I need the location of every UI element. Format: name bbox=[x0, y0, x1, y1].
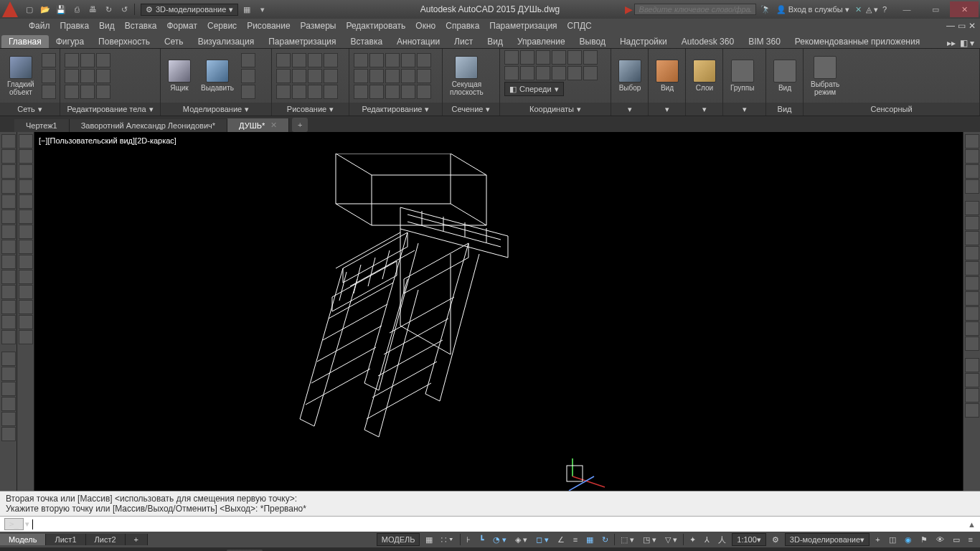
rt-9[interactable] bbox=[965, 261, 979, 276]
help-icon[interactable]: ? bbox=[882, 5, 887, 14]
lt2-7[interactable] bbox=[19, 225, 33, 239]
status-quickprops-icon[interactable]: ◉ bbox=[902, 533, 915, 546]
status-iso-icon[interactable]: ◈ ▾ bbox=[512, 533, 530, 546]
lt1-11[interactable] bbox=[1, 285, 16, 299]
mod-6[interactable] bbox=[354, 69, 368, 83]
ribbon-tab-view[interactable]: Вид bbox=[480, 35, 510, 48]
layers-button[interactable]: Слои bbox=[690, 58, 719, 93]
mdi-close-icon[interactable]: ✕ bbox=[969, 21, 976, 31]
qat-plot-icon[interactable]: 🖶 bbox=[85, 2, 100, 17]
lt2-4[interactable] bbox=[19, 179, 33, 194]
model-tool-1[interactable] bbox=[241, 53, 255, 67]
lt1-2[interactable] bbox=[1, 149, 16, 164]
file-tab-3[interactable]: ДУШЬ*✕ bbox=[227, 118, 289, 132]
status-cycling-icon[interactable]: ↻ bbox=[599, 533, 611, 546]
qat-redo-icon[interactable]: ↺ bbox=[117, 2, 131, 17]
lt2-6[interactable] bbox=[19, 209, 33, 224]
status-workspace[interactable]: 3D-моделирование ▾ bbox=[785, 533, 870, 546]
smooth-object-button[interactable]: Гладкийобъект bbox=[4, 55, 37, 98]
status-scale[interactable]: 1:100 ▾ bbox=[732, 533, 766, 546]
status-ortho-icon[interactable]: ┗ bbox=[476, 533, 487, 546]
panel-title-section[interactable]: Сечение ▾ bbox=[443, 103, 499, 116]
status-clean-icon[interactable]: ▭ bbox=[950, 533, 963, 546]
draw-7[interactable] bbox=[308, 69, 322, 83]
lt2-14[interactable] bbox=[19, 330, 33, 344]
lt1-1[interactable] bbox=[1, 134, 16, 149]
ribbon-tab-manage[interactable]: Управление bbox=[510, 35, 573, 48]
mod-2[interactable] bbox=[369, 53, 384, 67]
app-logo[interactable] bbox=[2, 1, 18, 17]
rt-15[interactable] bbox=[965, 358, 979, 372]
lt1-4[interactable] bbox=[1, 179, 16, 194]
status-grid-icon[interactable]: ▦ bbox=[423, 533, 435, 546]
mdi-restore-icon[interactable]: ▭ bbox=[958, 21, 966, 31]
status-isolate-icon[interactable]: 👁 bbox=[933, 533, 947, 546]
lt2-11[interactable] bbox=[19, 285, 33, 299]
status-snap-icon[interactable]: ⸬ ▾ bbox=[438, 533, 456, 546]
search-input[interactable] bbox=[634, 4, 756, 15]
layout-tab-model[interactable]: Модель bbox=[0, 534, 46, 545]
status-hw-icon[interactable]: ⚑ bbox=[918, 533, 930, 546]
ribbon-tab-surface[interactable]: Поверхность bbox=[91, 35, 157, 48]
lt2-10[interactable] bbox=[19, 270, 33, 284]
mod-5[interactable] bbox=[417, 53, 431, 67]
solid-edit-3[interactable] bbox=[96, 53, 110, 67]
lt1-8[interactable] bbox=[1, 240, 16, 254]
drawing-canvas[interactable]: [−][Пользовательский вид][2D-каркас] bbox=[34, 132, 963, 491]
model-tool-3[interactable] bbox=[241, 85, 255, 99]
draw-9[interactable] bbox=[276, 85, 291, 99]
status-dynucs-icon[interactable]: ◳ ▾ bbox=[640, 533, 659, 546]
lt1-15[interactable] bbox=[1, 352, 16, 366]
panel-title-mesh[interactable]: Сеть ▾ bbox=[0, 103, 60, 116]
menu-spds[interactable]: СПДС bbox=[567, 21, 592, 31]
menu-tools[interactable]: Сервис bbox=[207, 21, 237, 31]
ucs-5[interactable] bbox=[567, 50, 582, 65]
ribbon-tab-layout[interactable]: Лист bbox=[447, 35, 480, 48]
menu-edit[interactable]: Правка bbox=[60, 21, 90, 31]
rt-3[interactable] bbox=[965, 164, 979, 179]
draw-4[interactable] bbox=[324, 53, 338, 67]
ribbon-tab-solid[interactable]: Фигура bbox=[49, 35, 91, 48]
draw-11[interactable] bbox=[308, 85, 322, 99]
panel-title-layers[interactable]: ▾ bbox=[686, 103, 722, 116]
mod-7[interactable] bbox=[369, 69, 384, 83]
status-osnap-icon[interactable]: ◻ ▾ bbox=[533, 533, 552, 546]
solid-edit-9[interactable] bbox=[96, 85, 110, 99]
draw-12[interactable] bbox=[324, 85, 338, 99]
close-button[interactable]: ✕ bbox=[950, 1, 979, 17]
status-gizmo-icon[interactable]: ✦ bbox=[687, 533, 699, 546]
mod-13[interactable] bbox=[385, 85, 400, 99]
lt1-5[interactable] bbox=[1, 194, 16, 209]
panel-title-groups[interactable]: ▾ bbox=[723, 103, 765, 116]
mesh-tool-2[interactable] bbox=[42, 69, 56, 83]
lt2-12[interactable] bbox=[19, 300, 33, 314]
ribbon-tab-output[interactable]: Вывод bbox=[573, 35, 613, 48]
ucs-named-dropdown[interactable]: ◧Спереди▾ bbox=[504, 82, 564, 96]
menu-file[interactable]: Файл bbox=[29, 21, 50, 31]
status-lwt-icon[interactable]: ≡ bbox=[570, 533, 580, 546]
ribbon-collapse-icon[interactable]: ◧ ▾ bbox=[960, 38, 974, 48]
menu-parametric[interactable]: Параметризация bbox=[489, 21, 557, 31]
solid-edit-7[interactable] bbox=[65, 85, 79, 99]
mod-9[interactable] bbox=[401, 69, 415, 83]
rt-4[interactable] bbox=[965, 179, 979, 194]
mod-4[interactable] bbox=[401, 53, 415, 67]
rt-17[interactable] bbox=[965, 388, 979, 402]
solid-edit-8[interactable] bbox=[80, 85, 95, 99]
workspace-dropdown[interactable]: ⚙ 3D-моделирование ▾ bbox=[141, 4, 238, 16]
menu-format[interactable]: Формат bbox=[166, 21, 197, 31]
ucs-12[interactable] bbox=[583, 66, 598, 80]
status-polar-icon[interactable]: ◔ ▾ bbox=[490, 533, 509, 546]
ucs-10[interactable] bbox=[552, 66, 566, 80]
panel-title-view2[interactable]: Вид bbox=[766, 103, 803, 116]
ucs-11[interactable] bbox=[567, 66, 582, 80]
close-tab-icon[interactable]: ✕ bbox=[270, 121, 277, 130]
lt1-3[interactable] bbox=[1, 164, 16, 179]
solid-edit-4[interactable] bbox=[65, 69, 79, 83]
ribbon-overflow-icon[interactable]: ▸▸ bbox=[947, 38, 956, 48]
draw-8[interactable] bbox=[324, 69, 338, 83]
mod-14[interactable] bbox=[401, 85, 415, 99]
viewport-label[interactable]: [−][Пользовательский вид][2D-каркас] bbox=[39, 136, 176, 145]
menu-help[interactable]: Справка bbox=[446, 21, 479, 31]
ribbon-tab-bim360[interactable]: BIM 360 bbox=[741, 35, 788, 48]
